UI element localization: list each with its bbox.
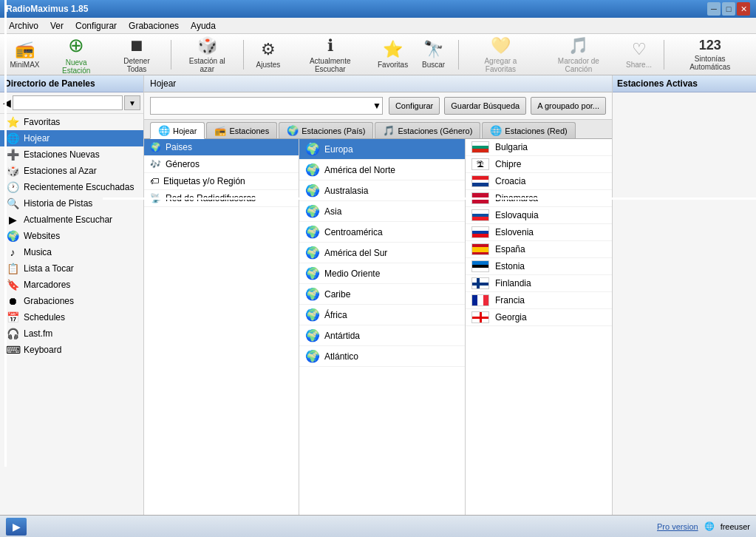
pane-item-america-sur[interactable]: 🌍 América del Sur: [299, 243, 465, 263]
sidebar-item-keyboard[interactable]: ⌨ Keyboard: [0, 342, 143, 358]
pane-item-centroamerica[interactable]: 🌍 Centroamérica: [299, 222, 465, 243]
minimize-button[interactable]: ─: [707, 2, 721, 16]
generos-icon: 🎶: [150, 159, 161, 169]
flag-finlandia: [471, 277, 489, 289]
menu-grabaciones[interactable]: Grabaciones: [123, 19, 185, 33]
sidebar-item-grabaciones[interactable]: ⏺ Grabaciones: [0, 293, 143, 309]
australasia-icon: 🌍: [305, 183, 320, 197]
search-dropdown-arrow[interactable]: ▼: [372, 101, 381, 111]
centroamerica-icon: 🌍: [305, 225, 320, 239]
agregar-favoritas-button[interactable]: 💛 Agregar a Favoritas: [465, 37, 537, 72]
menu-ver[interactable]: Ver: [44, 19, 69, 33]
country-item-estonia[interactable]: Estonia: [466, 258, 612, 275]
paises-icon: 🌍: [150, 142, 161, 152]
pro-version-link[interactable]: Pro version: [657, 522, 698, 531]
sidebar-item-recientemente[interactable]: 🕐 Recientemente Escuchadas: [0, 179, 143, 195]
ajustes-button[interactable]: ⚙ Ajustes: [250, 37, 287, 72]
country-item-dinamarca[interactable]: Dinamarca: [466, 190, 612, 207]
actualmente-escuchar-button[interactable]: ℹ Actualmente Escuchar: [290, 37, 371, 72]
favoritas-sidebar-icon: ⭐: [6, 116, 19, 128]
configurar-button[interactable]: Configurar: [389, 97, 440, 115]
maximize-button[interactable]: □: [722, 2, 735, 16]
pane-item-america-norte[interactable]: 🌍 América del Norte: [299, 160, 465, 180]
ajustes-label: Ajustes: [256, 61, 281, 69]
country-item-bulgaria[interactable]: Bulgaria: [466, 139, 612, 156]
play-button[interactable]: ▶: [6, 518, 27, 536]
tab-genero-icon: 🎵: [383, 125, 395, 136]
favoritas-button[interactable]: ⭐ Favoritas: [374, 37, 412, 72]
tab-red[interactable]: 🌐 Estaciones (Red): [482, 122, 575, 138]
sintonias-button[interactable]: 123 Sintonías Automáticas: [670, 37, 750, 72]
buscar-icon: 🔭: [423, 40, 443, 59]
pane-item-antartida[interactable]: 🌍 Antártida: [299, 325, 465, 346]
country-item-croacia[interactable]: Croacia: [466, 173, 612, 190]
pane-item-paises[interactable]: 🌍 Paises: [144, 139, 299, 156]
pane-item-asia[interactable]: 🌍 Asia: [299, 201, 465, 222]
flag-georgia: [471, 311, 489, 323]
title-bar: RadioMaximus 1.85 ─ □ ✕: [0, 0, 756, 18]
groupado-button[interactable]: A groupado por...: [531, 97, 606, 115]
lastfm-icon: 🎧: [6, 328, 19, 340]
right-pane: Bulgaria 🏝 Chipre: [466, 139, 612, 515]
tab-estaciones[interactable]: 📻 Estaciones: [206, 122, 277, 138]
flag-bulgaria: [471, 141, 489, 153]
estacion-azar-button[interactable]: 🎲 Estación al azar: [177, 37, 237, 72]
favoritas-icon: ⭐: [383, 40, 403, 59]
sidebar-item-favoritas[interactable]: ⭐ Favoritas: [0, 114, 143, 130]
country-item-eslovaquia[interactable]: Eslovaquia: [466, 207, 612, 224]
country-item-francia[interactable]: Francia: [466, 292, 612, 309]
tab-genero[interactable]: 🎵 Estaciones (Género): [375, 122, 480, 138]
menu-archivo[interactable]: Archivo: [3, 19, 44, 33]
minimax-button[interactable]: 📻 MiniMAX: [6, 37, 44, 72]
toolbar: 📻 MiniMAX ⊕ Nueva Estación ⏹ Detener Tod…: [0, 34, 756, 75]
nueva-estacion-button[interactable]: ⊕ Nueva Estación: [47, 37, 106, 72]
menu-ayuda[interactable]: Ayuda: [185, 19, 222, 33]
tab-hojear[interactable]: 🌐 Hojear: [150, 122, 205, 139]
sidebar-item-schedules[interactable]: 📅 Schedules: [0, 309, 143, 325]
pane-item-medio-oriente[interactable]: 🌍 Medio Oriente: [299, 263, 465, 284]
buscar-button[interactable]: 🔭 Buscar: [415, 37, 452, 72]
sidebar-search-input[interactable]: [13, 95, 123, 110]
guardar-busqueda-button[interactable]: Guardar Búsqueda: [444, 97, 526, 115]
pane-item-atlantico[interactable]: 🌍 Atlántico: [299, 346, 465, 367]
historia-icon: 🔍: [6, 197, 19, 209]
pane-item-caribe[interactable]: 🌍 Caribe: [299, 284, 465, 305]
pane-item-africa[interactable]: 🌍 África: [299, 305, 465, 325]
search-input[interactable]: [150, 97, 383, 115]
close-button[interactable]: ✕: [737, 2, 750, 16]
pane-item-generos[interactable]: 🎶 Géneros: [144, 156, 299, 173]
share-button[interactable]: ♡ Share...: [621, 37, 658, 72]
hojear-sidebar-icon: 🌐: [6, 132, 19, 144]
minimax-icon: 📻: [15, 40, 35, 59]
sidebar-search-button[interactable]: ▼: [124, 95, 140, 110]
detener-todas-button[interactable]: ⏹ Detener Todas: [109, 37, 164, 72]
sidebar: Directorio de Paneles ◀ ▼ ⭐ Favoritas 🌐 …: [0, 75, 144, 515]
flag-chipre: 🏝: [471, 158, 489, 170]
pane-item-etiquetas[interactable]: 🏷 Etiquetas y/o Región: [144, 173, 299, 190]
sidebar-item-hojear[interactable]: 🌐 Hojear: [0, 130, 143, 146]
country-item-finlandia[interactable]: Finlandia: [466, 275, 612, 292]
globe-status-icon: 🌐: [704, 521, 715, 531]
sidebar-item-lista-tocar[interactable]: 📋 Lista a Tocar: [0, 260, 143, 277]
pane-item-europa[interactable]: 🌍 Europa: [299, 139, 465, 160]
country-item-georgia[interactable]: Georgia: [466, 309, 612, 326]
antartida-icon: 🌍: [305, 328, 320, 342]
actualmente-escuchar-label: Actualmente Escuchar: [294, 57, 367, 73]
marcador-cancion-button[interactable]: 🎵 Marcador de Canción: [539, 37, 617, 72]
tab-pais[interactable]: 🌍 Estaciones (País): [279, 122, 373, 138]
sidebar-item-musica[interactable]: ♪ Musica: [0, 244, 143, 260]
sidebar-item-marcadores[interactable]: 🔖 Marcadores: [0, 277, 143, 293]
ajustes-icon: ⚙: [261, 40, 276, 59]
country-item-eslovenia[interactable]: Eslovenia: [466, 224, 612, 241]
estaciones-azar-icon: 🎲: [6, 165, 19, 177]
sidebar-item-estaciones-azar[interactable]: 🎲 Estaciones al Azar: [0, 163, 143, 179]
sidebar-item-estaciones-nuevas[interactable]: ➕ Estaciones Nuevas: [0, 146, 143, 163]
country-item-espana[interactable]: España: [466, 241, 612, 258]
menu-configurar[interactable]: Configurar: [69, 19, 123, 33]
right-panel: Estaciones Activas: [612, 75, 756, 515]
sidebar-item-websites[interactable]: 🌍 Websites: [0, 228, 143, 244]
country-item-chipre[interactable]: 🏝 Chipre: [466, 156, 612, 173]
sidebar-item-lastfm[interactable]: 🎧 Last.fm: [0, 325, 143, 342]
favoritas-label: Favoritas: [378, 61, 408, 69]
sidebar-item-actualmente[interactable]: ▶ Actualmente Escuchar: [0, 212, 143, 228]
